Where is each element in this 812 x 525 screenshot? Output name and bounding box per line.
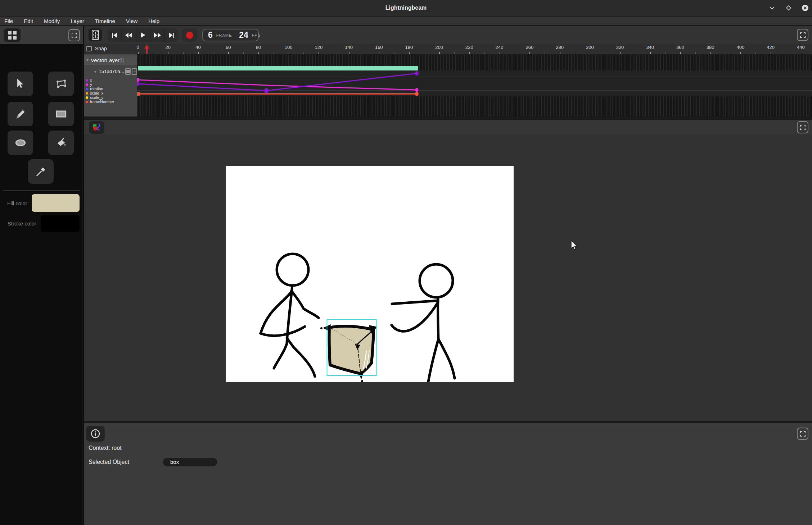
collapse-caret-icon[interactable]: ▾ [86, 58, 89, 63]
frame-value: 6 [208, 30, 213, 40]
keyframe-handle[interactable] [415, 88, 419, 92]
stick-figure-left[interactable] [261, 254, 319, 376]
property-row-rotation[interactable]: rotation [86, 87, 136, 91]
stage-panel-button[interactable] [89, 121, 104, 134]
app-window: Lightningbeam FileEditModifyLayerTimelin… [0, 0, 812, 525]
menu-item-file[interactable]: File [4, 18, 13, 24]
timeline-ruler[interactable]: Snap 02040608010012014016018020022024026… [84, 44, 812, 54]
timeline-expand-button[interactable] [797, 29, 808, 41]
sidebar-expand-button[interactable] [68, 29, 80, 41]
minimize-icon[interactable] [768, 4, 776, 12]
fast-forward-icon [154, 33, 161, 38]
fast-forward-button[interactable] [150, 28, 165, 42]
rewind-button[interactable] [122, 28, 136, 42]
playhead[interactable] [144, 45, 150, 54]
menu-item-view[interactable]: View [126, 18, 137, 24]
menu-item-layer[interactable]: Layer [71, 18, 84, 24]
ruler-label: 20 [165, 45, 170, 50]
transform-icon [56, 79, 67, 88]
window-controls [768, 0, 809, 16]
sidebar-header [0, 26, 83, 44]
property-row-y[interactable]: y [86, 82, 136, 87]
ruler-label: 260 [526, 45, 534, 50]
property-row-x[interactable]: x [86, 78, 136, 82]
mouse-cursor [571, 240, 578, 252]
play-button[interactable] [136, 28, 151, 42]
canvas-area[interactable] [84, 134, 812, 421]
property-color-dot [86, 96, 88, 99]
context-text: Context: root [89, 445, 122, 451]
ruler-label: 400 [737, 45, 745, 50]
play-icon [141, 32, 145, 38]
grid-icon [8, 31, 17, 40]
ruler-label: 280 [556, 45, 564, 50]
stroke-color-swatch[interactable] [41, 215, 80, 232]
ruler-label: 320 [616, 45, 624, 50]
close-icon[interactable] [801, 4, 809, 12]
ruler-label: 440 [797, 45, 805, 50]
stage[interactable] [226, 166, 514, 382]
collapse-caret-icon[interactable]: ▾ [94, 69, 96, 74]
fill-color-swatch[interactable] [32, 194, 80, 212]
stage-svg[interactable] [226, 166, 514, 382]
paint-bucket-tool-button[interactable] [48, 131, 74, 155]
curve-band [137, 70, 812, 96]
ruler-label: 120 [315, 45, 322, 50]
keyframe-handle[interactable] [415, 92, 419, 96]
property-color-dot [86, 88, 88, 90]
object-row[interactable]: ▾ 151ad70a... ~ [84, 67, 137, 76]
menu-item-help[interactable]: Help [148, 18, 159, 24]
eyedropper-icon [36, 166, 46, 177]
window-title: Lightningbeam [0, 0, 812, 16]
frames-grid[interactable] [137, 54, 812, 117]
layer-span-bar[interactable] [138, 66, 418, 70]
panel-grid-button[interactable] [4, 28, 21, 42]
keyframe-handle[interactable] [415, 71, 419, 76]
canvas-header [84, 120, 812, 134]
expand-icon [800, 431, 806, 437]
ruler-label: 380 [707, 45, 714, 50]
ruler-label: 40 [195, 45, 200, 50]
canvas-expand-button[interactable] [797, 121, 808, 133]
info-panel-button[interactable] [86, 426, 105, 442]
prop-box[interactable] [320, 320, 377, 382]
rectangle-tool-button[interactable] [48, 102, 74, 126]
select-tool-button[interactable] [8, 72, 33, 96]
snap-checkbox[interactable] [86, 46, 92, 51]
menu-item-timeline[interactable]: Timeline [95, 18, 115, 24]
transform-tool-button[interactable] [48, 72, 74, 96]
property-row-scale_x[interactable]: scale_x [86, 91, 136, 95]
menu-item-modify[interactable]: Modify [44, 18, 60, 24]
ruler-label: 80 [256, 45, 261, 50]
pencil-tool-button[interactable] [8, 102, 33, 126]
object-ease-toggle[interactable]: ~ [132, 68, 137, 75]
property-color-dot [86, 83, 88, 86]
curves-svg[interactable] [137, 54, 812, 117]
ellipse-tool-button[interactable] [8, 131, 33, 155]
eyedropper-tool-button[interactable] [28, 159, 54, 184]
keyframe-handle[interactable] [137, 92, 140, 96]
property-row-scale_y[interactable]: scale_y [86, 95, 136, 100]
object-visibility-toggle[interactable] [125, 68, 131, 75]
ruler-label: 300 [586, 45, 594, 50]
ruler-label: 0 [136, 45, 139, 50]
go-to-end-button[interactable] [165, 28, 179, 42]
ruler-label: 180 [405, 45, 413, 50]
stage-shapes-icon [93, 123, 101, 132]
filmstrip-icon [92, 30, 99, 40]
menu-item-edit[interactable]: Edit [24, 18, 33, 24]
stick-figure-right[interactable] [392, 264, 455, 382]
maximize-icon[interactable] [785, 4, 793, 12]
record-button[interactable] [182, 28, 197, 42]
selected-object-input[interactable]: box [163, 458, 217, 466]
layer-row-vectorlayer[interactable]: ▾ VectorLayer [L] [84, 55, 137, 65]
frame-fps-indicator[interactable]: 6 FRAME 24 FPS [202, 29, 259, 41]
timeline-panel-button[interactable] [89, 28, 102, 41]
info-expand-button[interactable] [797, 428, 808, 440]
keyframe-handle[interactable] [264, 88, 269, 93]
go-to-start-button[interactable] [108, 28, 122, 42]
menubar: FileEditModifyLayerTimelineViewHelp [0, 17, 812, 26]
ruler-label: 220 [465, 45, 473, 50]
property-row-frameNumber[interactable]: frameNumber [86, 100, 136, 104]
expand-icon [800, 32, 806, 38]
